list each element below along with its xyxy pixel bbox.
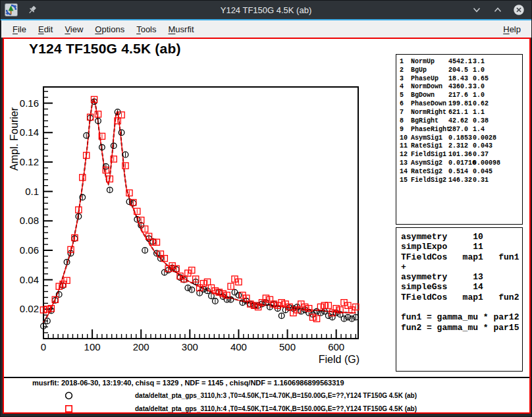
menu-item-edit[interactable]: Edit	[32, 22, 59, 36]
root-canvas[interactable]: Y124 TF150G 4.5K (ab) 010020030040050060…	[3, 38, 531, 414]
x-axis-tick-label: 600	[328, 341, 344, 352]
menu-item-options[interactable]: Options	[89, 22, 130, 36]
fit-parameter-box[interactable]: 1NormUp4542.13.12BgUp204.51.03PhaseUp18.…	[396, 54, 523, 225]
param-row: 11RateSig12.3120.043	[400, 142, 522, 150]
param-row: 7NormRight621.11.1	[400, 108, 522, 117]
param-row: 10AsymSig10.18530.0028	[400, 134, 522, 142]
legend-label-h4: data/deltat_pta_gps_3110,h:4 ,T0=4.50K,T…	[135, 405, 417, 412]
plot-frame	[43, 87, 358, 339]
menu-item-view[interactable]: View	[59, 22, 89, 36]
close-button[interactable]	[513, 4, 525, 16]
legend-pad-divider	[4, 377, 529, 378]
menu-item-musrfit[interactable]: Musrfit	[163, 22, 200, 36]
x-axis-tick-label: 200	[133, 341, 149, 352]
param-row: 3PhaseUp18.430.65	[400, 74, 522, 83]
y-axis-tick-label: 0.1	[25, 186, 39, 197]
fit-status-line: musrfit: 2018-06-30, 13:19:40, chisq = 1…	[32, 379, 344, 387]
param-row: 2BgUp204.51.0	[400, 66, 522, 74]
param-row: 4NormDown4360.33.0	[400, 83, 522, 92]
close-icon	[513, 3, 525, 16]
x-axis-title: Field (G)	[319, 354, 359, 365]
legend-label-h3: data/deltat_pta_gps_3110,h:3 ,T0=4.50K,T…	[135, 392, 417, 399]
x-axis-tick-label: 300	[182, 341, 198, 352]
param-row: 14RateSig20.5140.045	[400, 167, 522, 176]
chevron-up-icon	[493, 5, 502, 14]
param-row: 1NormUp4542.13.1	[400, 57, 522, 66]
y-axis-title: Ampl. Fourier	[9, 107, 20, 171]
legend-circle-marker	[65, 391, 73, 400]
param-row: 6PhaseDown199.810.62	[400, 99, 522, 108]
x-axis-tick-label: 0	[41, 341, 46, 352]
param-row: 15FieldSig2146.320.31	[400, 176, 522, 184]
param-row: 13AsymSig20.017160.00098	[400, 159, 522, 167]
x-axis-tick-label: 100	[84, 341, 101, 352]
menu-item-help[interactable]: Help	[497, 22, 527, 36]
menubar: FileEditViewOptionsToolsMusrfitHelp	[1, 20, 532, 38]
y-axis-tick-label: 0.16	[20, 97, 39, 109]
theory-text: asymmetry 10 simplExpo 11 TFieldCos map1…	[401, 232, 522, 333]
legend-square-marker	[65, 404, 73, 413]
x-axis-tick-label: 400	[230, 341, 247, 352]
chevron-down-icon	[472, 5, 481, 14]
param-row: 12FieldSig1101.360.37	[400, 150, 522, 159]
y-axis-tick-label: 0.02	[20, 303, 39, 314]
maximize-button[interactable]	[492, 4, 504, 16]
menu-item-file[interactable]: File	[7, 22, 32, 36]
menu-item-tools[interactable]: Tools	[130, 22, 162, 36]
x-axis-tick-label: 500	[279, 341, 296, 352]
param-row: 5BgDown217.61.0	[400, 91, 522, 99]
param-row: 8BgRight42.620.38	[400, 117, 522, 125]
y-axis-tick-label: 0.14	[20, 126, 39, 138]
theory-box[interactable]: asymmetry 10 simplExpo 11 TFieldCos map1…	[396, 227, 523, 372]
minimize-button[interactable]	[471, 4, 483, 16]
y-axis-tick-label: 0.04	[20, 274, 39, 285]
param-row: 9PhaseRight287.01.4	[400, 125, 522, 134]
app-window: Y124 TF150G 4.5K (ab) FileEditViewOpti	[0, 0, 532, 417]
titlebar[interactable]: Y124 TF150G 4.5K (ab)	[1, 1, 531, 19]
y-axis-tick-label: 0.12	[20, 156, 39, 167]
window-title: Y124 TF150G 4.5K (ab)	[1, 5, 531, 15]
y-axis-tick-label: 0.06	[20, 244, 39, 256]
y-axis-tick-label: 0.08	[20, 215, 39, 226]
